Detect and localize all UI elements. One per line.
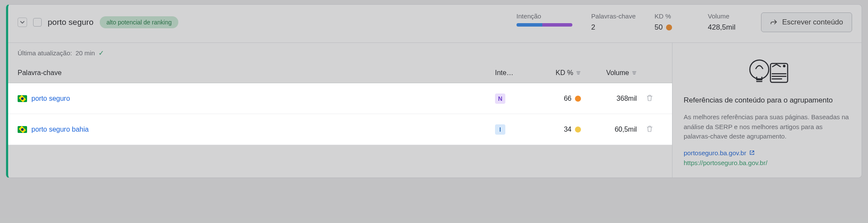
col-keyword[interactable]: Palavra-chave — [18, 69, 495, 77]
references-description: As melhores referências para suas página… — [684, 112, 850, 142]
volume-cell: 60,5mil — [581, 126, 637, 133]
metric-volume-label: Volume — [708, 12, 742, 20]
flag-brazil-icon — [18, 95, 27, 102]
col-kd[interactable]: KD % — [534, 69, 581, 77]
table-header: Palavra-chave Inte… KD % Volume — [8, 63, 672, 83]
metric-keywords-label: Palavras-chave — [591, 12, 636, 20]
lightbulb-illustration — [741, 54, 793, 88]
keywords-table: Última atualização: 20 min ✓ Palavra-cha… — [8, 42, 672, 178]
kd-difficulty-dot — [666, 24, 672, 30]
reference-url[interactable]: https://portoseguro.ba.gov.br/ — [684, 159, 850, 166]
table-row: porto seguro bahia I 34 60,5mil — [8, 114, 672, 145]
metric-intent-label: Intenção — [517, 12, 572, 20]
references-title: Referências de conteúdo para o agrupamen… — [684, 96, 850, 105]
group-metrics: Intenção Palavras-chave 2 KD % 50 — [517, 12, 852, 32]
delete-row-button[interactable] — [637, 125, 663, 134]
intent-distribution-bar — [517, 23, 572, 27]
select-group-checkbox[interactable] — [33, 18, 42, 27]
ranking-potential-badge: alto potencial de ranking — [100, 16, 179, 28]
group-header: porto seguro alto potencial de ranking I… — [8, 5, 862, 42]
sort-icon — [576, 70, 581, 75]
chevron-down-icon — [20, 20, 25, 25]
check-icon: ✓ — [98, 49, 104, 57]
content-references-panel: Referências de conteúdo para o agrupamen… — [672, 42, 862, 178]
trash-icon — [646, 94, 654, 102]
intent-badge: I — [495, 124, 505, 135]
sort-icon — [632, 70, 637, 75]
group-title: porto seguro — [48, 18, 94, 27]
reference-domain-link[interactable]: portoseguro.ba.gov.br — [684, 149, 850, 157]
last-updated: Última atualização: 20 min ✓ — [8, 43, 672, 63]
intent-badge: N — [495, 93, 505, 104]
svg-point-2 — [783, 65, 785, 67]
external-link-icon — [749, 150, 755, 156]
volume-cell: 368mil — [581, 95, 637, 102]
col-intent[interactable]: Inte… — [495, 69, 534, 77]
collapse-toggle[interactable] — [18, 18, 27, 27]
metric-volume-value: 428,5mil — [708, 23, 742, 32]
table-row: porto seguro N 66 368mil — [8, 83, 672, 114]
metric-keywords-value: 2 — [591, 23, 636, 32]
kd-cell: 66 — [534, 95, 581, 102]
keyword-link[interactable]: porto seguro bahia — [31, 126, 89, 133]
flag-brazil-icon — [18, 126, 27, 133]
write-content-button[interactable]: Escrever conteúdo — [761, 12, 852, 32]
col-volume[interactable]: Volume — [581, 69, 637, 77]
metric-kd-label: KD % — [654, 12, 689, 20]
delete-row-button[interactable] — [637, 94, 663, 103]
svg-point-0 — [750, 60, 769, 79]
metric-kd-value: 50 — [654, 23, 689, 32]
keyword-group-card: porto seguro alto potencial de ranking I… — [6, 4, 862, 178]
kd-difficulty-dot — [575, 96, 581, 102]
kd-difficulty-dot — [575, 127, 581, 133]
share-arrow-icon — [770, 18, 778, 26]
kd-cell: 34 — [534, 126, 581, 133]
keyword-link[interactable]: porto seguro — [31, 95, 70, 102]
trash-icon — [646, 125, 654, 133]
